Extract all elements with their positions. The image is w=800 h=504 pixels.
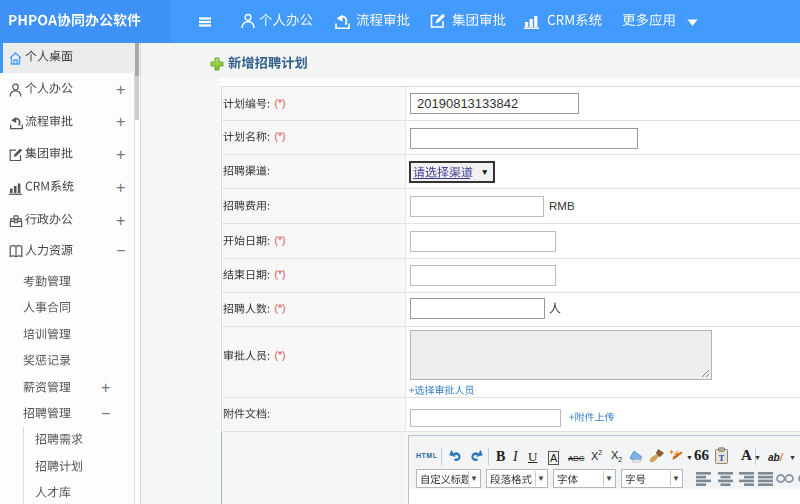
- svg-text:T: T: [718, 453, 724, 463]
